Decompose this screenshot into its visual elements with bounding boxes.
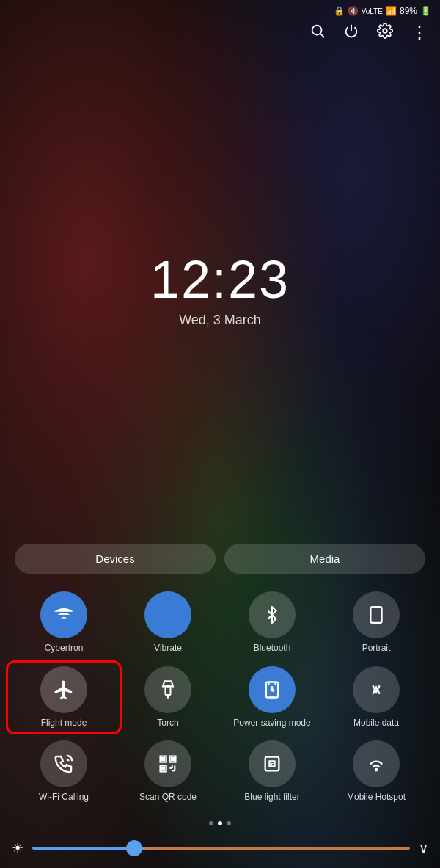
tile-hotspot[interactable]: Mobile Hotspot — [324, 740, 428, 803]
bluetooth-label: Bluetooth — [254, 643, 291, 654]
vibrate-circle — [144, 591, 191, 638]
svg-rect-5 — [166, 686, 171, 695]
qr-code-label: Scan QR code — [139, 792, 197, 803]
torch-circle — [144, 666, 191, 713]
search-icon[interactable] — [309, 23, 326, 43]
portrait-label: Portrait — [362, 643, 391, 654]
svg-rect-14 — [162, 758, 165, 761]
vibrate-label: Vibrate — [154, 643, 182, 654]
tile-wifi[interactable]: Cybertron — [12, 591, 116, 654]
svg-point-24 — [375, 769, 377, 770]
top-actions: ⋮ — [0, 19, 440, 48]
more-icon[interactable]: ⋮ — [411, 22, 428, 43]
tile-flight-mode[interactable]: Flight mode — [12, 666, 116, 729]
brightness-expand-icon[interactable]: ∨ — [419, 840, 428, 856]
brightness-icon: ☀ — [12, 840, 23, 856]
page-dots — [0, 809, 440, 834]
blue-light-circle: B — [249, 740, 296, 787]
svg-rect-3 — [370, 607, 381, 623]
battery-level: 89% — [400, 6, 417, 16]
bluetooth-circle — [249, 591, 296, 638]
settings-icon[interactable] — [377, 23, 393, 43]
mobile-data-circle — [353, 666, 400, 713]
mute-icon: 🔇 — [348, 6, 359, 16]
tile-portrait[interactable]: Portrait — [324, 591, 428, 654]
quick-tiles: Cybertron Vibrate Bluetooth — [0, 586, 440, 809]
svg-rect-16 — [162, 767, 165, 770]
tab-buttons: Devices Media — [0, 544, 440, 586]
tile-qr-code[interactable]: Scan QR code — [116, 740, 220, 803]
mobile-data-label: Mobile data — [353, 718, 399, 729]
status-bar: 🔒 🔇 VoLTE 📶 89% 🔋 — [0, 0, 440, 19]
wifi-calling-circle — [40, 740, 87, 787]
tile-bluetooth[interactable]: Bluetooth — [220, 591, 324, 654]
dot-3 — [227, 821, 231, 825]
clock-date: Wed, 3 March — [179, 313, 261, 328]
svg-line-1 — [320, 34, 324, 37]
svg-rect-15 — [172, 758, 175, 761]
network-icon: 📶 — [386, 6, 397, 16]
hotspot-label: Mobile Hotspot — [347, 792, 406, 803]
wifi-calling-label: Wi-Fi Calling — [39, 792, 89, 803]
battery-icon: 🔋 — [420, 6, 431, 16]
brightness-thumb[interactable] — [126, 840, 142, 856]
wifi-circle — [40, 591, 87, 638]
power-saving-label: Power saving mode — [233, 718, 310, 729]
media-tab[interactable]: Media — [224, 544, 425, 574]
torch-label: Torch — [157, 718, 178, 729]
tile-vibrate[interactable]: Vibrate — [116, 591, 220, 654]
brightness-track[interactable] — [32, 847, 410, 850]
power-icon[interactable] — [343, 23, 359, 43]
dot-1 — [209, 821, 213, 825]
qr-code-circle — [144, 740, 191, 787]
blue-light-label: Blue light filter — [244, 792, 299, 803]
lock-icon: 🔒 — [334, 6, 345, 16]
tile-torch[interactable]: Torch — [116, 666, 220, 729]
tile-blue-light[interactable]: B Blue light filter — [220, 740, 324, 803]
tile-wifi-calling[interactable]: Wi-Fi Calling — [12, 740, 116, 803]
svg-point-2 — [383, 29, 387, 33]
dot-2 — [218, 821, 222, 825]
tile-mobile-data[interactable]: Mobile data — [324, 666, 428, 729]
hotspot-circle — [353, 740, 400, 787]
signal-icon: VoLTE — [362, 7, 383, 15]
svg-text:B: B — [271, 762, 276, 769]
portrait-circle — [353, 591, 400, 638]
tile-power-saving[interactable]: Power saving mode — [220, 666, 324, 729]
clock-time: 12:23 — [150, 249, 290, 310]
svg-point-0 — [312, 25, 322, 34]
flight-label: Flight mode — [41, 718, 87, 729]
devices-tab[interactable]: Devices — [15, 544, 216, 574]
wifi-label: Cybertron — [45, 643, 84, 654]
flight-circle — [40, 666, 87, 713]
brightness-bar: ☀ ∨ — [0, 834, 440, 868]
clock-section: 12:23 Wed, 3 March — [0, 48, 440, 544]
power-saving-circle — [249, 666, 296, 713]
